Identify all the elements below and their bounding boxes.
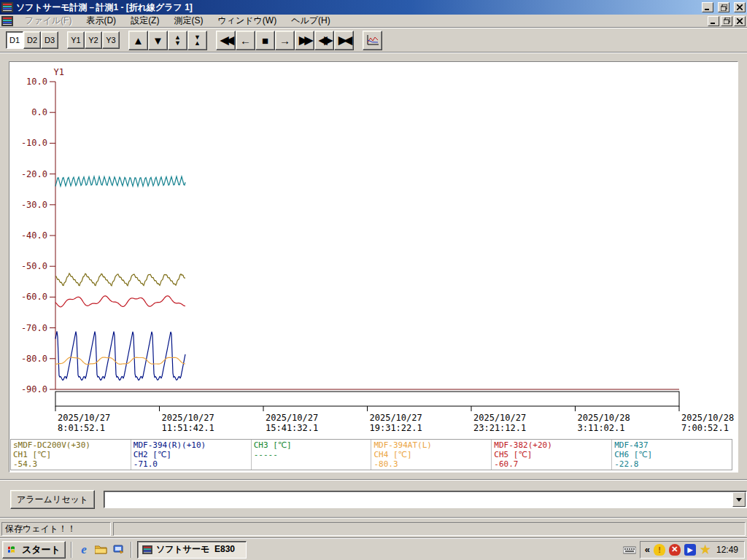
channel-unit-label: CH6 [℃] [614,450,729,459]
channel-name: MDF-394AT(L) [374,440,489,450]
svg-text:2025/10/28: 2025/10/28 [578,413,630,423]
start-button[interactable]: スタート [2,541,66,559]
toolbar-button-rewind[interactable]: ◀◀ [216,31,236,50]
child-window-controls [706,16,746,26]
child-minimize-button[interactable] [708,16,719,26]
step-back-icon: ← [240,34,251,47]
internet-explorer-icon[interactable]: e [77,543,90,556]
toolbar-button-expand-y[interactable]: ▲ ▼ [168,31,187,50]
menu-item-1: ファイル(F) [18,14,79,27]
scroll-up-icon: ▲ [133,34,144,47]
folder-icon[interactable] [95,543,108,556]
minimize-icon [705,4,711,10]
alarm-combo-box[interactable] [104,491,747,508]
security-warning-icon[interactable]: ! [654,544,665,556]
legend-cell-ch2: MDF-394(R)(+10)CH2 [℃]-71.0 [131,440,252,470]
svg-text:23:21:12.1: 23:21:12.1 [473,423,526,433]
alarm-reset-button[interactable]: アラームリセット [10,490,95,509]
toolbar-button-d3[interactable]: D3 [41,31,58,49]
show-desktop-icon[interactable] [112,543,125,556]
tray-collapse-icon[interactable]: « [645,544,650,555]
graph-window: 10.00.0-10.0-20.0-30.0-40.0-50.0-60.0-70… [9,61,738,472]
time-range-box[interactable] [55,392,679,406]
series-ch5 [55,296,185,307]
expand-x-icon: ◀▶ [319,34,330,47]
channel-unit-label: CH1 [℃] [13,450,128,459]
toolbar-button-shrink-x[interactable]: ▶◀ [334,31,354,50]
restore-button[interactable] [718,2,729,12]
toolbar-button-shrink-y[interactable]: ▼ ▲ [187,31,207,50]
channel-value: -71.0 [133,459,249,469]
toolbar-button-expand-x[interactable]: ◀▶ [314,31,334,50]
security-alert-icon[interactable]: ✕ [669,544,681,556]
alarm-combo-dropdown-button[interactable] [732,492,746,507]
toolbar-button-fast-forward[interactable]: ▶▶ [295,31,314,50]
chevron-down-icon [736,498,742,505]
svg-text:-80.0: -80.0 [21,354,47,364]
svg-text:19:31:22.1: 19:31:22.1 [370,423,422,433]
app-icon [142,545,152,554]
close-button[interactable] [734,2,746,12]
toolbar-button-step-forward[interactable]: → [275,31,295,50]
svg-text:15:41:32.1: 15:41:32.1 [266,423,318,433]
status-message: 保存ウェイト！！ [5,523,76,535]
svg-text:0.0: 0.0 [31,107,47,117]
media-player-icon[interactable]: ▶ [684,544,696,556]
desktop: { "window": { "title": "ソフトサーモ計測－計測1 - [… [0,0,747,560]
shrink-x-icon: ▶◀ [338,34,349,47]
toolbar-button-scroll-up[interactable]: ▲ [128,31,148,50]
child-restore-button[interactable] [721,16,732,26]
toolbar-button-y1[interactable]: Y1 [67,31,85,49]
taskbar-task-button[interactable]: ソフトサーモ E830 [137,541,247,559]
svg-text:-30.0: -30.0 [21,200,47,210]
svg-text:2025/10/27: 2025/10/27 [473,413,526,423]
series-ch1 [55,273,185,286]
toolbar-button-line-graph[interactable] [363,31,382,50]
channel-value: -22.8 [614,459,729,469]
menu-item-4[interactable]: 測定(S) [166,14,210,27]
line-graph-icon [366,34,379,46]
channel-unit-label: CH2 [℃] [133,450,249,459]
svg-text:2025/10/27: 2025/10/27 [370,413,422,423]
channel-value: ----- [254,450,369,459]
separator [0,517,747,518]
series-ch2 [55,331,185,380]
keyboard-icon[interactable] [623,545,636,554]
toolbar-button-scroll-down[interactable]: ▼ [148,31,168,50]
svg-text:7:00:52.1: 7:00:52.1 [681,423,729,433]
taskbar-divider [71,542,72,558]
minimize-button[interactable] [702,2,713,12]
toolbar-button-y3[interactable]: Y3 [102,31,120,49]
menu-item-2[interactable]: 表示(D) [79,14,123,27]
channel-unit-label: CH5 [℃] [494,450,609,459]
svg-text:Y1: Y1 [54,67,64,77]
status-message-panel: 保存ウェイト！！ [1,522,111,536]
toolbar-button-d2[interactable]: D2 [23,31,41,49]
toolbar-button-step-back[interactable]: ← [236,31,255,50]
favorites-star-icon[interactable]: ★ [700,544,711,556]
child-close-button[interactable] [734,16,746,26]
svg-text:-90.0: -90.0 [21,384,47,394]
window-title: ソフトサーモ計測－計測1 - [折れ線グラフ 1] [16,1,697,14]
minimize-icon [711,18,716,24]
legend-cell-ch6: MDF-437CH6 [℃]-22.8 [612,440,732,470]
series-ch4 [55,357,185,365]
svg-text:-70.0: -70.0 [21,323,47,333]
menu-item-3[interactable]: 設定(Z) [123,14,166,27]
toolbar-button-d1[interactable]: D1 [6,31,23,49]
channel-unit-label: CH4 [℃] [374,450,489,459]
menu-item-5[interactable]: ウィンドウ(W) [210,14,284,27]
svg-text:10.0: 10.0 [26,77,47,87]
svg-text:11:51:42.1: 11:51:42.1 [162,423,214,433]
close-icon [737,18,743,24]
child-window-icon[interactable] [1,16,13,26]
legend-cell-ch1: sMDF-DC200V(+30)CH1 [℃]-54.3 [11,440,131,470]
series-ch6 [55,176,185,187]
toolbar-button-y2[interactable]: Y2 [85,31,102,49]
toolbar-button-stop[interactable]: ■ [255,31,275,50]
svg-text:3:11:02.1: 3:11:02.1 [578,423,625,433]
channel-value: -60.7 [494,459,609,469]
svg-text:2025/10/27: 2025/10/27 [266,413,318,423]
alarm-reset-label: アラームリセット [17,494,88,506]
menu-item-6[interactable]: ヘルプ(H) [284,14,338,27]
